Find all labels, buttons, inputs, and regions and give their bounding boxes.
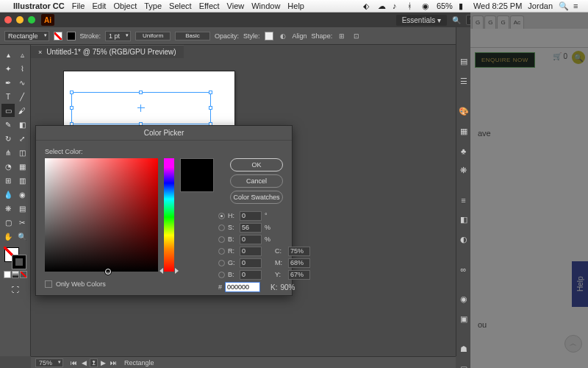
shape-builder-tool-icon[interactable]: ◔ xyxy=(1,160,15,173)
layers-panel-icon[interactable]: ☗ xyxy=(458,344,470,354)
color-mode-icon[interactable] xyxy=(4,271,11,278)
hue-arrow-icon[interactable] xyxy=(175,268,179,274)
menu-select[interactable]: Select xyxy=(169,1,192,10)
cloud-icon[interactable]: ☁ xyxy=(378,1,387,10)
battery-icon[interactable]: ▮ xyxy=(459,1,467,10)
transparency-panel-icon[interactable]: ◐ xyxy=(458,235,470,244)
color-panel-icon[interactable]: 🎨 xyxy=(458,107,470,116)
hue-arrow-icon[interactable] xyxy=(159,268,163,274)
hex-input[interactable]: 000000 xyxy=(225,282,260,292)
menu-type[interactable]: Type xyxy=(144,1,162,10)
window-zoom-icon[interactable] xyxy=(28,16,35,24)
app-menu[interactable]: Illustrator CC xyxy=(13,1,65,10)
b-radio[interactable] xyxy=(218,236,225,243)
last-icon[interactable]: ⏭ xyxy=(109,359,118,367)
artboard-nav[interactable]: ⏮ ◀ 1 ▶ ⏭ xyxy=(69,358,118,367)
isolate-icon[interactable]: ⊡ xyxy=(351,31,362,41)
properties-panel-icon[interactable]: ▤ xyxy=(458,57,470,66)
rectangle-tool-icon[interactable]: ▭ xyxy=(1,104,15,117)
zoom-tool-icon[interactable]: 🔍 xyxy=(15,230,29,243)
line-tool-icon[interactable]: ╱ xyxy=(15,90,29,103)
artboards-panel-icon[interactable]: ▢ xyxy=(458,364,470,368)
resize-handle-icon[interactable] xyxy=(70,91,74,94)
hue-slider[interactable] xyxy=(164,158,174,272)
spotlight-icon[interactable]: 🔍 xyxy=(559,1,567,10)
s-input[interactable]: 56 xyxy=(240,223,262,233)
magic-wand-tool-icon[interactable]: ✦ xyxy=(1,62,15,75)
blue-input[interactable]: 0 xyxy=(240,270,262,280)
screen-mode-icon[interactable]: ⛶ xyxy=(9,283,22,296)
curvature-tool-icon[interactable]: ∿ xyxy=(15,76,29,89)
gradient-mode-icon[interactable] xyxy=(12,271,19,278)
c-input[interactable]: 75% xyxy=(288,247,310,256)
menu-view[interactable]: View xyxy=(227,1,245,10)
ok-button[interactable]: OK xyxy=(230,158,283,171)
shaper-tool-icon[interactable]: ✎ xyxy=(1,118,15,131)
only-web-colors-checkbox[interactable] xyxy=(45,280,52,288)
zoom-dropdown[interactable]: 75% xyxy=(35,358,63,367)
eyedropper-tool-icon[interactable]: 💧 xyxy=(1,188,15,201)
wifi-icon[interactable]: ◉ xyxy=(422,1,431,10)
slice-tool-icon[interactable]: ✂ xyxy=(15,216,29,229)
resize-handle-icon[interactable] xyxy=(209,106,212,110)
menu-file[interactable]: File xyxy=(72,1,85,10)
hand-tool-icon[interactable]: ✋ xyxy=(1,230,15,243)
window-minimize-icon[interactable] xyxy=(16,16,24,24)
r-radio[interactable] xyxy=(218,248,225,255)
menu-edit[interactable]: Edit xyxy=(92,1,106,10)
headphones-icon[interactable]: ♪ xyxy=(392,1,401,10)
cc-libraries-icon[interactable]: ∞ xyxy=(458,265,470,274)
none-mode-icon[interactable] xyxy=(20,271,27,278)
color-field[interactable] xyxy=(45,158,158,272)
selection-tool-icon[interactable]: ▴ xyxy=(1,48,15,61)
menu-object[interactable]: Object xyxy=(113,1,137,10)
blend-tool-icon[interactable]: ◉ xyxy=(15,188,29,201)
paintbrush-tool-icon[interactable]: 🖌 xyxy=(15,104,29,117)
resize-handle-icon[interactable] xyxy=(209,91,212,94)
swatches-panel-icon[interactable]: ▦ xyxy=(458,127,470,136)
artboard-tool-icon[interactable]: ▢ xyxy=(1,216,15,229)
h-input[interactable]: 0 xyxy=(240,211,262,221)
document-tab[interactable]: × Untitled-1* @ 75% (RGB/GPU Preview) xyxy=(31,45,184,58)
artboard-number[interactable]: 1 xyxy=(90,358,98,367)
pen-tool-icon[interactable]: ✒ xyxy=(1,76,15,89)
selected-rectangle[interactable] xyxy=(71,92,211,124)
style-swatch[interactable] xyxy=(265,32,273,40)
dropbox-icon[interactable]: ⬖ xyxy=(363,1,372,10)
shape-type-dropdown[interactable]: Rectangle xyxy=(4,31,49,41)
r-input[interactable]: 0 xyxy=(240,247,262,256)
stroke-swatch[interactable] xyxy=(67,32,76,40)
color-cursor-icon[interactable] xyxy=(105,269,111,275)
bluetooth-icon[interactable]: ᚼ xyxy=(407,1,416,10)
gradient-tool-icon[interactable]: ▥ xyxy=(15,174,29,187)
b-input[interactable]: 0 xyxy=(240,235,262,244)
brushes-panel-icon[interactable]: ♣ xyxy=(458,146,470,155)
graphic-styles-panel-icon[interactable]: ▣ xyxy=(458,314,470,324)
symbol-sprayer-tool-icon[interactable]: ❋ xyxy=(1,202,15,215)
next-icon[interactable]: ▶ xyxy=(99,359,107,367)
s-radio[interactable] xyxy=(218,224,225,231)
lasso-tool-icon[interactable]: ⌇ xyxy=(15,62,29,75)
gradient-panel-icon[interactable]: ◧ xyxy=(458,215,470,224)
g-input[interactable]: 0 xyxy=(240,258,262,268)
color-swatches-button[interactable]: Color Swatches xyxy=(230,191,283,204)
workspace-switcher[interactable]: Essentials ▾ xyxy=(396,15,447,26)
rotate-tool-icon[interactable]: ↻ xyxy=(1,132,15,145)
mesh-tool-icon[interactable]: ⊞ xyxy=(1,174,15,187)
free-transform-tool-icon[interactable]: ◫ xyxy=(15,146,29,159)
y-input[interactable]: 67% xyxy=(288,270,310,280)
libraries-panel-icon[interactable]: ☰ xyxy=(458,77,470,86)
search-icon[interactable]: 🔍 xyxy=(451,15,462,25)
stroke-weight-dropdown[interactable]: 1 pt xyxy=(105,31,131,41)
direct-selection-tool-icon[interactable]: ▵ xyxy=(15,48,29,61)
stroke-panel-icon[interactable]: ≡ xyxy=(458,196,470,205)
clock[interactable]: Wed 8:25 PM xyxy=(473,1,522,10)
close-tab-icon[interactable]: × xyxy=(38,49,42,56)
resize-handle-icon[interactable] xyxy=(70,106,74,110)
brush-dropdown[interactable]: Basic xyxy=(175,32,210,40)
graph-tool-icon[interactable]: ▤ xyxy=(15,202,29,215)
menu-help[interactable]: Help xyxy=(287,1,304,10)
window-close-icon[interactable] xyxy=(4,16,12,24)
k-input[interactable]: 90% xyxy=(280,283,295,291)
eraser-tool-icon[interactable]: ◧ xyxy=(15,118,29,131)
